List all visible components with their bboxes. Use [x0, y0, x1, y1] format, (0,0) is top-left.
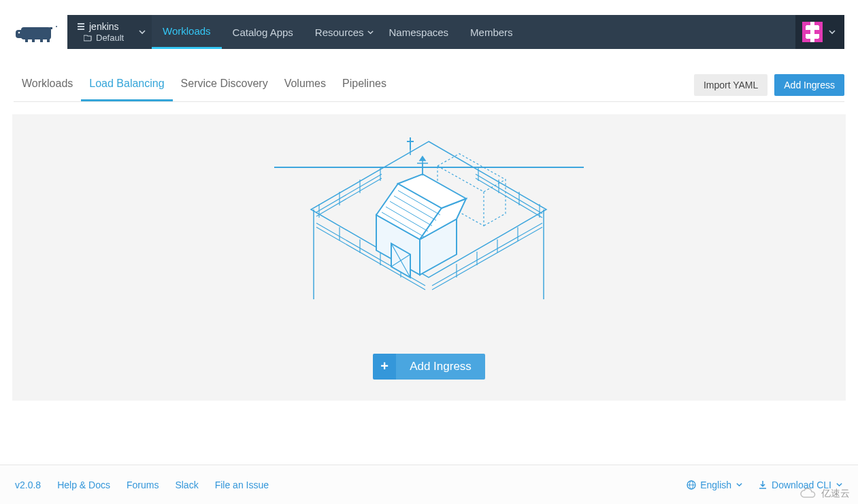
footer-help[interactable]: Help & Docs: [57, 480, 110, 490]
tab-service-discovery[interactable]: Service Discovery: [173, 68, 276, 101]
globe-icon: [687, 480, 696, 490]
stack-icon: [77, 22, 85, 31]
user-menu[interactable]: [795, 15, 844, 49]
nav-members[interactable]: Members: [459, 15, 524, 49]
empty-state-panel: + Add Ingress: [12, 114, 846, 401]
plus-icon: +: [373, 354, 396, 380]
chevron-down-icon: [367, 29, 374, 36]
chevron-down-icon: [138, 28, 146, 36]
language-switcher[interactable]: English: [687, 480, 743, 490]
footer-version[interactable]: v2.0.8: [15, 480, 41, 490]
nav-namespaces[interactable]: Namespaces: [378, 15, 460, 49]
cloud-icon: [799, 488, 817, 500]
footer-forums[interactable]: Forums: [127, 480, 159, 490]
cluster-name: jenkins: [89, 21, 119, 33]
nav-members-label: Members: [470, 27, 513, 38]
spacer: [524, 15, 795, 49]
svg-rect-6: [47, 37, 50, 42]
svg-point-8: [56, 26, 57, 27]
svg-rect-7: [50, 27, 52, 29]
folder-icon: [84, 34, 92, 41]
svg-rect-4: [32, 37, 35, 42]
watermark: 亿速云: [799, 488, 850, 500]
svg-rect-5: [40, 37, 43, 42]
tab-volumes[interactable]: Volumes: [276, 68, 334, 101]
svg-rect-1: [16, 30, 25, 38]
footer-bar: v2.0.8 Help & Docs Forums Slack File an …: [0, 465, 858, 504]
tab-workloads-label: Workloads: [22, 78, 73, 89]
brand-logo[interactable]: [11, 15, 65, 49]
nav-catalog-label: Catalog Apps: [233, 27, 293, 38]
nav-workloads-label: Workloads: [163, 25, 211, 37]
svg-point-2: [18, 32, 20, 34]
tab-load-balancing-label: Load Balancing: [89, 78, 164, 89]
nav-workloads[interactable]: Workloads: [152, 15, 222, 49]
language-label: English: [700, 480, 731, 490]
tab-volumes-label: Volumes: [284, 78, 326, 89]
nav-catalog-apps[interactable]: Catalog Apps: [222, 15, 304, 49]
svg-rect-11: [78, 29, 84, 30]
subtab-bar: Workloads Load Balancing Service Discove…: [14, 68, 844, 102]
tab-workloads[interactable]: Workloads: [14, 68, 81, 101]
empty-state-illustration: [274, 136, 584, 313]
add-ingress-cta-label: Add Ingress: [396, 354, 485, 380]
nav-resources-label: Resources: [315, 27, 364, 38]
nav-resources[interactable]: Resources: [304, 15, 378, 49]
footer-slack[interactable]: Slack: [175, 480, 198, 490]
footer-links: v2.0.8 Help & Docs Forums Slack File an …: [15, 480, 269, 490]
add-ingress-button[interactable]: Add Ingress: [774, 74, 844, 96]
avatar: [802, 22, 823, 42]
svg-rect-9: [78, 23, 84, 24]
namespace-name: Default: [96, 33, 124, 44]
tab-pipelines-label: Pipelines: [342, 78, 386, 89]
tab-load-balancing[interactable]: Load Balancing: [81, 68, 172, 101]
project-switcher[interactable]: jenkins Default: [67, 15, 152, 49]
subtab-actions: Import YAML Add Ingress: [694, 74, 844, 96]
subtabs: Workloads Load Balancing Service Discove…: [14, 68, 395, 101]
import-yaml-button[interactable]: Import YAML: [694, 74, 768, 96]
nav-namespaces-label: Namespaces: [389, 27, 449, 38]
cow-logo-icon: [16, 20, 61, 44]
footer-file-issue[interactable]: File an Issue: [215, 480, 269, 490]
tab-pipelines[interactable]: Pipelines: [334, 68, 395, 101]
chevron-down-icon: [828, 28, 836, 36]
tab-service-discovery-label: Service Discovery: [181, 78, 268, 89]
top-nav: Workloads Catalog Apps Resources Namespa…: [152, 15, 524, 49]
download-icon: [758, 480, 768, 490]
top-bar: jenkins Default Workloads Catalog Apps R…: [67, 15, 844, 49]
chevron-down-icon: [736, 481, 743, 488]
add-ingress-cta[interactable]: + Add Ingress: [373, 354, 485, 380]
watermark-text: 亿速云: [821, 488, 850, 500]
svg-rect-10: [78, 26, 84, 27]
svg-rect-3: [25, 37, 28, 42]
